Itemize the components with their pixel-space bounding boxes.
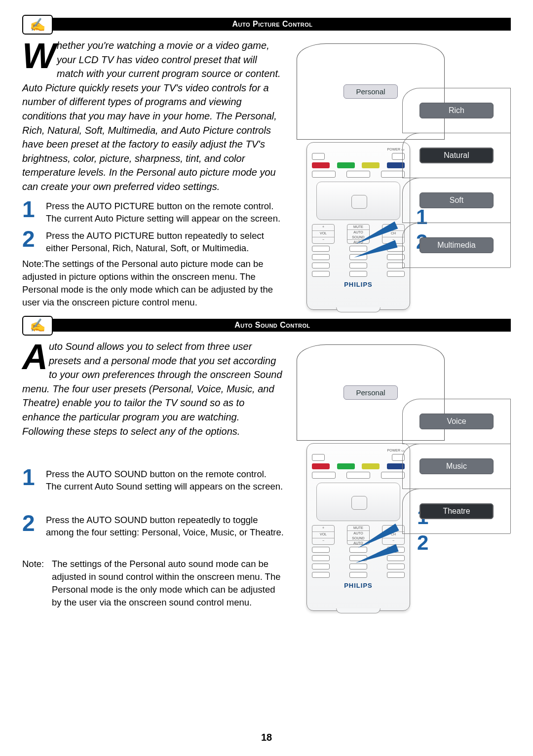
step-text: Press the AUTO PICTURE button on the rem… [46,198,284,225]
step-number: 2 [22,227,37,255]
remote-button [387,555,405,561]
color-button-yellow [362,463,380,469]
sound-intro: Auto Sound allows you to select from thr… [22,340,284,438]
remote-button [312,572,330,578]
step-number: 1 [22,198,37,225]
sound-note: Note: The settings of the Personal auto … [22,558,284,609]
section-header-picture: Auto Picture Control ✍ [22,15,511,35]
remote-button [387,271,405,277]
color-button-red [312,162,330,168]
remote-button [312,171,336,178]
remote-button [312,153,325,160]
step-1: 1 Press the AUTO SOUND button on the rem… [22,466,284,493]
option-soft: Soft [419,192,494,208]
sound-figure: Personal POWER ▭ +VOL− MUTEAUTO SOUNDAUT… [293,340,511,609]
option-theatre: Theatre [419,503,494,519]
remote-button [312,454,325,461]
option-cell: Soft [402,178,510,223]
step-text: Press the AUTO SOUND button repeatedly t… [46,512,284,539]
section-title: Auto Sound Control [34,319,511,332]
color-button-red [312,463,330,469]
remote-button [312,564,330,569]
color-button-yellow [362,162,380,168]
picture-content: Whether you're watching a movie or a vid… [22,38,511,309]
tv-onscreen-label: Personal [343,385,397,400]
note-icon: ✍ [22,15,53,35]
option-cell: Voice [402,399,510,444]
note-label: Note: [22,259,44,269]
option-cell: Multimedia [402,223,510,268]
option-music: Music [419,458,494,474]
option-cell: Rich [402,88,510,133]
picture-steps: 1 Press the AUTO PICTURE button on the r… [22,198,284,255]
page-number: 18 [0,732,533,743]
option-natural: Natural [419,148,494,163]
remote-button [312,472,336,479]
section-title: Auto Picture Control [34,18,511,31]
sound-steps: 1 Press the AUTO SOUND button on the rem… [22,466,284,539]
dpad [316,483,400,521]
section-header-sound: Auto Sound Control ✍ [22,316,511,336]
remote-button [387,572,405,578]
remote-button [349,271,367,277]
sound-text-column: Auto Sound allows you to select from thr… [22,340,284,609]
step-text: Press the AUTO SOUND button on the remot… [46,466,284,493]
step-1: 1 Press the AUTO PICTURE button on the r… [22,198,284,225]
step-number: 2 [22,512,37,539]
remote-button [312,271,330,277]
step-2: 2 Press the AUTO SOUND button repeatedly… [22,512,284,539]
option-cell: Natural [402,133,510,178]
remote-button [312,246,330,252]
picture-note: Note:The settings of the Personal auto p… [22,258,284,309]
dpad [316,182,400,220]
picture-figure: Personal POWER ▭ +VOL− MUTEAUTO SOUNDAUT… [293,38,511,309]
option-cell: Theatre [402,489,510,534]
step-2: 2 Press the AUTO PICTURE button repeated… [22,227,284,255]
sound-options: Voice Music Theatre [402,399,511,533]
step-text: Press the AUTO PICTURE button repeatedly… [46,227,284,255]
option-rich: Rich [419,103,494,118]
note-icon: ✍ [22,316,53,336]
sound-content: Auto Sound allows you to select from thr… [22,340,511,609]
tv-onscreen-label: Personal [343,84,397,99]
remote-button [381,472,405,479]
remote-brand: PHILIPS [312,281,405,288]
remote-button [312,555,330,561]
step-number: 1 [22,466,37,493]
remote-button [387,564,405,569]
dropcap: W [22,38,57,71]
color-button-green [337,463,355,469]
remote-button [346,472,370,479]
remote-button [312,263,330,268]
volume-rocker: +VOL− [312,525,335,545]
volume-rocker: +VOL− [312,224,335,244]
remote-button [381,171,405,178]
remote-button [346,171,370,178]
option-multimedia: Multimedia [419,237,494,253]
remote-button [349,263,367,268]
picture-text-column: Whether you're watching a movie or a vid… [22,38,284,309]
option-cell: Music [402,444,510,489]
picture-intro: Whether you're watching a movie or a vid… [22,38,284,194]
remote-button [312,547,330,553]
picture-options: Rich Natural Soft Multimedia [402,88,511,267]
color-button-green [337,162,355,168]
figure-callout-2: 2 [417,531,428,555]
dropcap: A [22,340,49,372]
remote-button [349,572,367,578]
remote-brand: PHILIPS [312,582,405,589]
note-label: Note: [22,558,44,570]
remote-button [312,254,330,260]
option-voice: Voice [419,414,494,429]
